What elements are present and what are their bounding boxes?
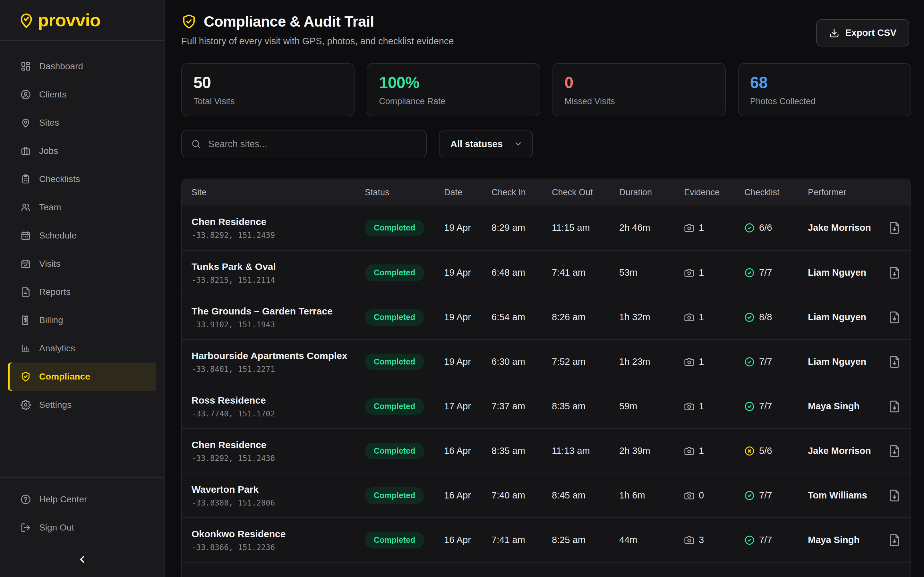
- sidebar-item-jobs[interactable]: Jobs: [0, 137, 164, 165]
- calendar-icon: [21, 230, 31, 241]
- site-gps-coordinates: -33.8388, 151.2006: [192, 498, 365, 508]
- site-name: Waverton Park: [192, 484, 365, 495]
- report-download-button[interactable]: [888, 489, 901, 502]
- sidebar: provvio Dashboard Clients Sites Jobs Che…: [0, 0, 165, 577]
- sidebar-item-checklists[interactable]: Checklists: [0, 165, 164, 193]
- table-row[interactable]: Tunks Park & Oval -33.8215, 151.2114 Com…: [182, 250, 911, 295]
- column-header-date: Date: [444, 187, 491, 197]
- page-title: Compliance & Audit Trail: [204, 13, 374, 30]
- export-csv-button[interactable]: Export CSV: [816, 19, 909, 47]
- check-in-cell: 7:40 am: [491, 490, 552, 501]
- filters-row: All statuses: [181, 131, 911, 157]
- file-download-icon: [888, 221, 901, 234]
- table-row[interactable]: Chen Residence -33.8292, 151.2438 Comple…: [182, 428, 911, 473]
- file-download-icon: [888, 445, 901, 458]
- camera-icon: [684, 357, 694, 367]
- date-cell: 19 Apr: [444, 268, 491, 278]
- status-badge: Completed: [365, 219, 424, 236]
- report-download-button[interactable]: [888, 221, 901, 234]
- table-row[interactable]: Harbourside Apartments Complex -33.8401,…: [182, 339, 911, 384]
- sidebar-item-label: Sites: [39, 118, 59, 128]
- evidence-cell: 1: [684, 268, 744, 278]
- sidebar-item-dashboard[interactable]: Dashboard: [0, 52, 164, 81]
- column-header-checklist: Checklist: [744, 187, 808, 197]
- column-header-status: Status: [365, 187, 444, 197]
- receipt-icon: [21, 315, 31, 326]
- stats-row: 50 Total Visits 100% Compliance Rate 0 M…: [181, 63, 911, 116]
- duration-cell: 1h 23m: [619, 356, 684, 367]
- site-cell: Chen Residence -33.8292, 151.2439: [192, 216, 365, 240]
- status-cell: Completed: [365, 354, 444, 370]
- report-download-button[interactable]: [888, 534, 901, 546]
- stat-label: Compliance Rate: [379, 97, 528, 106]
- table-row[interactable]: Strickland House Grounds: [182, 562, 911, 577]
- sidebar-item-team[interactable]: Team: [0, 193, 164, 221]
- sidebar-item-billing[interactable]: Billing: [0, 306, 164, 334]
- site-cell: Ross Residence -33.7740, 151.1702: [192, 395, 365, 418]
- sidebar-item-settings[interactable]: Settings: [0, 391, 164, 419]
- dashboard-icon: [21, 61, 31, 71]
- evidence-count: 1: [699, 356, 704, 367]
- report-download-button[interactable]: [888, 266, 901, 279]
- sidebar-item-help-center[interactable]: Help Center: [0, 485, 164, 514]
- evidence-cell: 1: [684, 222, 744, 233]
- date-cell: 16 Apr: [444, 535, 491, 545]
- sidebar-item-compliance[interactable]: Compliance: [8, 363, 156, 391]
- sidebar-item-analytics[interactable]: Analytics: [0, 334, 164, 363]
- performer-cell: Jake Morrison: [808, 222, 882, 233]
- sidebar-item-reports[interactable]: Reports: [0, 278, 164, 306]
- checklist-cell: 7/7: [744, 535, 808, 545]
- report-download-button[interactable]: [888, 400, 901, 413]
- date-cell: 16 Apr: [444, 490, 491, 501]
- column-header-check-in: Check In: [491, 187, 552, 197]
- sidebar-item-sites[interactable]: Sites: [0, 109, 164, 137]
- export-csv-label: Export CSV: [845, 27, 897, 38]
- download-icon: [829, 28, 839, 38]
- checklist-ok-icon: [744, 490, 754, 501]
- collapse-sidebar-button[interactable]: [73, 550, 92, 569]
- sidebar-item-schedule[interactable]: Schedule: [0, 221, 164, 250]
- sidebar-item-label: Settings: [39, 400, 71, 410]
- chevron-down-icon: [514, 139, 523, 148]
- sidebar-item-label: Schedule: [39, 230, 77, 241]
- logo-pin-check-icon: [18, 12, 35, 29]
- evidence-count: 3: [699, 535, 704, 545]
- column-header-duration: Duration: [619, 187, 684, 197]
- column-header-performer: Performer: [808, 187, 882, 197]
- status-badge: Completed: [365, 264, 424, 281]
- status-filter-dropdown[interactable]: All statuses: [439, 131, 533, 157]
- sidebar-item-sign-out[interactable]: Sign Out: [0, 514, 164, 542]
- table-row[interactable]: Waverton Park -33.8388, 151.2006 Complet…: [182, 473, 911, 517]
- page-header: Compliance & Audit Trail Full history of…: [181, 13, 911, 47]
- evidence-cell: 1: [684, 312, 744, 322]
- table-row[interactable]: Ross Residence -33.7740, 151.1702 Comple…: [182, 384, 911, 428]
- checklist-ratio: 5/6: [759, 446, 772, 456]
- date-cell: 19 Apr: [444, 312, 491, 322]
- sidebar-item-clients[interactable]: Clients: [0, 81, 164, 109]
- report-download-button[interactable]: [888, 356, 901, 368]
- table-body: Chen Residence -33.8292, 151.2439 Comple…: [182, 205, 911, 577]
- sidebar-item-label: Checklists: [39, 174, 80, 184]
- check-in-cell: 6:30 am: [491, 356, 552, 367]
- search-sites-input[interactable]: [208, 139, 417, 149]
- report-download-button[interactable]: [888, 445, 901, 458]
- sidebar-collapse-row: [0, 542, 164, 577]
- sidebar-item-label: Analytics: [39, 343, 75, 354]
- checklist-cell: 7/7: [744, 401, 808, 412]
- search-icon: [191, 139, 201, 149]
- users-icon: [21, 202, 31, 213]
- evidence-count: 1: [699, 268, 704, 278]
- check-out-cell: 8:45 am: [552, 490, 619, 501]
- camera-icon: [684, 490, 694, 501]
- report-download-button[interactable]: [888, 311, 901, 324]
- site-cell: Harbourside Apartments Complex -33.8401,…: [192, 350, 365, 374]
- duration-cell: 59m: [619, 401, 684, 412]
- performer-cell: Maya Singh: [808, 535, 882, 545]
- sidebar-item-visits[interactable]: Visits: [0, 250, 164, 278]
- status-badge: Completed: [365, 487, 424, 504]
- site-name: Okonkwo Residence: [192, 528, 365, 540]
- performer-cell: Liam Nguyen: [808, 356, 882, 367]
- table-row[interactable]: The Grounds – Garden Terrace -33.9102, 1…: [182, 295, 911, 339]
- table-row[interactable]: Chen Residence -33.8292, 151.2439 Comple…: [182, 205, 911, 250]
- table-row[interactable]: Okonkwo Residence -33.8366, 151.2236 Com…: [182, 517, 911, 562]
